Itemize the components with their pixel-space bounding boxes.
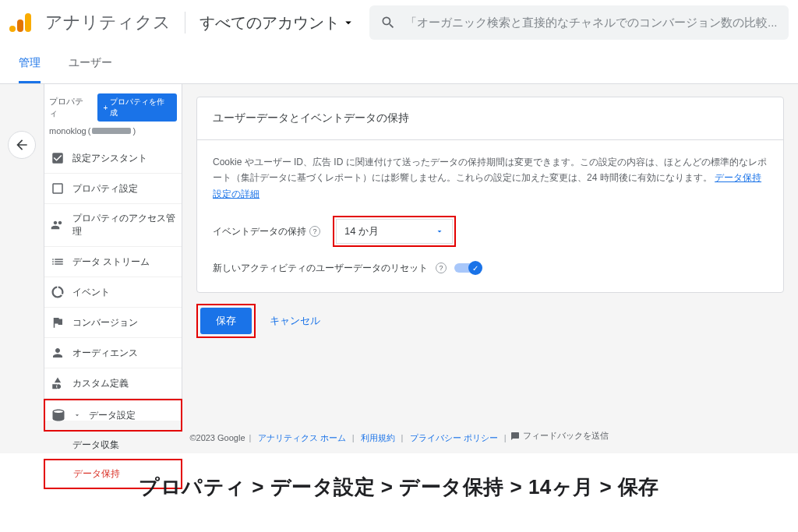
footer-privacy-link[interactable]: プライバシー ポリシー xyxy=(410,433,498,442)
analytics-logo-icon xyxy=(9,13,31,32)
help-icon[interactable]: ? xyxy=(436,262,447,273)
nav-custom-definitions[interactable]: カスタム定義 xyxy=(44,368,182,399)
create-property-label: プロパティを作成 xyxy=(110,97,171,118)
property-label: プロパティ xyxy=(49,96,91,119)
search-icon xyxy=(380,15,396,30)
feedback-icon xyxy=(510,432,520,441)
cancel-button[interactable]: キャンセル xyxy=(270,314,320,328)
reset-label: 新しいアクティビティのユーザーデータのリセット xyxy=(213,262,428,275)
people-icon xyxy=(51,218,65,232)
stream-icon xyxy=(51,255,65,269)
nav-data-collection[interactable]: データ収集 xyxy=(44,432,182,459)
tab-admin[interactable]: 管理 xyxy=(19,45,41,83)
retention-card: ユーザーデータとイベントデータの保持 Cookie やユーザー ID、広告 ID… xyxy=(196,97,784,293)
highlight-select: 14 か月 xyxy=(333,216,456,247)
nav-setup-assistant[interactable]: 設定アシスタント xyxy=(44,143,182,174)
nav-events[interactable]: イベント xyxy=(44,277,182,308)
event-icon xyxy=(51,285,65,299)
caption-text: プロパティ > データ設定 > データ保持 > 14ヶ月 > 保存 xyxy=(139,475,659,499)
nav-data-streams[interactable]: データ ストリーム xyxy=(44,247,182,277)
search-placeholder: 「オーガニック検索と直接的なチャネルでのコンバージョン数の比較... xyxy=(405,16,778,30)
plus-icon: + xyxy=(104,104,108,112)
account-selector[interactable]: すべてのアカウント xyxy=(200,12,355,33)
app-title: アナリティクス xyxy=(45,11,171,34)
property-name[interactable]: monoklog () xyxy=(44,126,182,143)
redacted-id xyxy=(92,128,131,134)
footer-terms-link[interactable]: 利用規約 xyxy=(361,433,395,442)
database-icon xyxy=(51,408,65,422)
card-title: ユーザーデータとイベントデータの保持 xyxy=(197,97,783,140)
footer-home-link[interactable]: アナリティクス ホーム xyxy=(258,433,346,442)
account-selector-label: すべてのアカウント xyxy=(200,12,340,33)
tab-user[interactable]: ユーザー xyxy=(69,45,112,83)
select-value: 14 か月 xyxy=(344,224,379,238)
divider xyxy=(185,12,185,33)
event-retention-row: イベントデータの保持 ? 14 か月 xyxy=(213,216,768,247)
arrow-left-icon xyxy=(14,137,30,153)
caret-down-icon xyxy=(73,411,81,419)
nav-data-settings[interactable]: データ設定 xyxy=(44,399,182,432)
property-header: プロパティ + プロパティを作成 xyxy=(44,90,182,126)
back-column xyxy=(0,84,44,421)
feedback-link[interactable]: フィードバックを送信 xyxy=(510,430,609,442)
event-retention-select[interactable]: 14 か月 xyxy=(336,219,453,244)
action-row: 保存 キャンセル xyxy=(196,304,784,338)
save-button[interactable]: 保存 xyxy=(200,308,252,334)
dropdown-icon xyxy=(435,227,444,236)
highlight-save: 保存 xyxy=(196,304,256,338)
reset-toggle[interactable] xyxy=(454,261,482,275)
event-retention-label: イベントデータの保持 ? xyxy=(213,225,320,238)
card-description: Cookie やユーザー ID、広告 ID に関連付けて送ったデータの保持期間は… xyxy=(213,154,768,202)
nav-conversions[interactable]: コンバージョン xyxy=(44,308,182,338)
nav-audiences[interactable]: オーディエンス xyxy=(44,338,182,368)
reset-toggle-row: 新しいアクティビティのユーザーデータのリセット ? xyxy=(213,261,768,275)
help-icon[interactable]: ? xyxy=(309,226,320,237)
settings-box-icon xyxy=(51,181,65,196)
search-input[interactable]: 「オーガニック検索と直接的なチャネルでのコンバージョン数の比較... xyxy=(369,5,789,40)
admin-tabs: 管理 ユーザー xyxy=(0,45,798,84)
nav-property-settings[interactable]: プロパティ設定 xyxy=(44,174,182,204)
chevron-down-icon xyxy=(341,16,355,30)
main-panel: ユーザーデータとイベントデータの保持 Cookie やユーザー ID、広告 ID… xyxy=(182,84,798,421)
copyright: ©2023 Google xyxy=(189,433,245,442)
custom-icon xyxy=(51,376,65,390)
property-sidebar: プロパティ + プロパティを作成 monoklog () 設定アシスタント プロ… xyxy=(44,84,182,421)
content-area: プロパティ + プロパティを作成 monoklog () 設定アシスタント プロ… xyxy=(0,84,798,421)
create-property-button[interactable]: + プロパティを作成 xyxy=(97,93,177,122)
app-header: アナリティクス すべてのアカウント 「オーガニック検索と直接的なチャネルでのコン… xyxy=(0,0,798,45)
nav-property-access[interactable]: プロパティのアクセス管理 xyxy=(44,204,182,247)
checklist-icon xyxy=(51,151,65,165)
back-button[interactable] xyxy=(8,131,36,159)
audience-icon xyxy=(51,346,65,360)
flag-icon xyxy=(51,315,65,329)
